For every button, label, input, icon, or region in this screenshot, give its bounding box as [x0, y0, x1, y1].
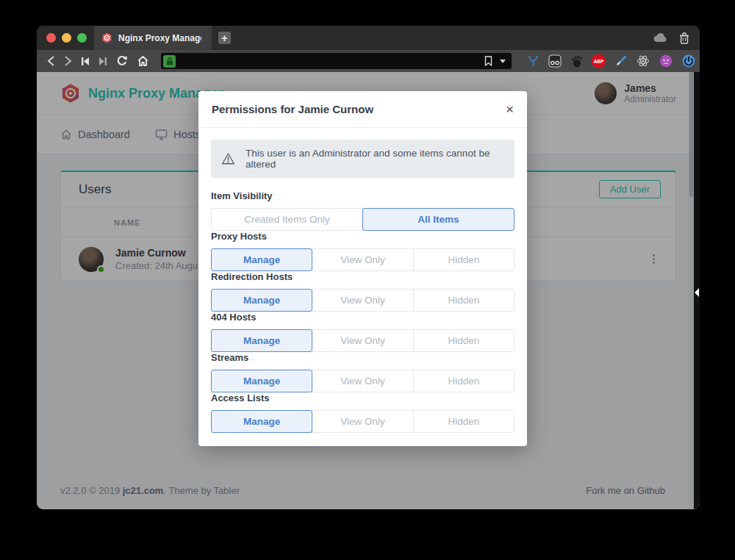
bookmark-dropdown-icon[interactable]	[500, 60, 506, 63]
option-created-items-only[interactable]: Created Items Only	[211, 208, 363, 231]
reload-icon[interactable]	[116, 55, 128, 67]
access-lists-group: Manage View Only Hidden	[211, 410, 514, 433]
maximize-window-button[interactable]	[77, 33, 87, 43]
option-manage[interactable]: Manage	[211, 410, 312, 433]
warning-triangle-icon	[221, 152, 235, 165]
section-label: Redirection Hosts	[211, 271, 514, 282]
option-view-only[interactable]: View Only	[312, 370, 413, 392]
trash-icon[interactable]	[679, 32, 689, 44]
alert-text: This user is an Administrator and some i…	[245, 148, 504, 170]
permissions-modal: Permissions for Jamie Curnow × This user…	[198, 91, 527, 446]
option-manage[interactable]: Manage	[211, 370, 312, 392]
page-viewport: Nginx Proxy Manager James Administrator …	[37, 72, 700, 509]
purple-extension-icon[interactable]	[659, 54, 673, 68]
option-manage[interactable]: Manage	[211, 289, 312, 312]
option-hidden[interactable]: Hidden	[413, 248, 514, 271]
atom-devtools-extension-icon[interactable]	[637, 54, 650, 68]
redirection-hosts-group: Manage View Only Hidden	[211, 289, 514, 312]
cloud-sync-icon[interactable]	[653, 33, 668, 43]
https-lock-icon[interactable]	[163, 55, 176, 68]
section-label: 404 Hosts	[211, 312, 514, 323]
option-hidden[interactable]: Hidden	[413, 329, 514, 352]
section-label: Access Lists	[211, 392, 514, 403]
eyedropper-extension-icon[interactable]	[615, 55, 627, 67]
permission-section-access-lists: Access Lists Manage View Only Hidden	[211, 392, 514, 433]
close-icon[interactable]: ×	[506, 104, 514, 115]
skip-to-start-icon[interactable]	[81, 57, 90, 66]
tab-title: Nginx Proxy Manager	[118, 33, 201, 43]
option-view-only[interactable]: View Only	[312, 410, 413, 433]
option-view-only[interactable]: View Only	[312, 329, 413, 352]
section-label: Item Visibility	[211, 190, 514, 201]
permission-section-404-hosts: 404 Hosts Manage View Only Hidden	[211, 312, 514, 352]
abp-label: ABP	[594, 59, 604, 64]
back-button-icon[interactable]	[47, 55, 55, 67]
adblock-plus-extension-icon[interactable]: ABP	[592, 54, 606, 68]
url-bar[interactable]	[161, 53, 512, 69]
item-visibility-group: Created Items Only All Items	[211, 208, 514, 231]
section-label: Proxy Hosts	[211, 231, 514, 242]
permission-section-streams: Streams Manage View Only Hidden	[211, 352, 514, 392]
forward-button-icon[interactable]	[64, 55, 72, 67]
option-view-only[interactable]: View Only	[312, 248, 413, 271]
permission-section-proxy-hosts: Proxy Hosts Manage View Only Hidden	[211, 231, 514, 271]
proxy-hosts-group: Manage View Only Hidden	[211, 248, 514, 271]
home-icon[interactable]	[137, 55, 149, 67]
sidebar-toggle-strip[interactable]	[694, 72, 700, 509]
close-window-button[interactable]	[46, 33, 56, 43]
new-tab-button[interactable]: +	[218, 31, 232, 45]
permission-section-item-visibility: Item Visibility Created Items Only All I…	[211, 190, 514, 231]
minimize-window-button[interactable]	[62, 33, 71, 43]
streams-group: Manage View Only Hidden	[211, 370, 514, 392]
permission-section-redirection-hosts: Redirection Hosts Manage View Only Hidde…	[211, 271, 514, 312]
option-all-items[interactable]: All Items	[362, 208, 514, 231]
browser-tab-bar: Nginx Proxy Manager +	[37, 26, 700, 50]
404-hosts-group: Manage View Only Hidden	[211, 329, 514, 352]
option-manage[interactable]: Manage	[211, 248, 312, 271]
fork-extension-icon[interactable]	[528, 55, 539, 67]
bookmark-icon[interactable]	[484, 56, 492, 66]
section-label: Streams	[211, 352, 514, 363]
gnome-foot-extension-icon[interactable]	[571, 55, 582, 68]
power-extension-icon[interactable]	[682, 54, 695, 68]
admin-warning-alert: This user is an Administrator and some i…	[211, 140, 514, 178]
option-hidden[interactable]: Hidden	[413, 370, 514, 392]
extension-icons: ABP	[528, 54, 695, 68]
skip-to-end-icon[interactable]	[98, 57, 107, 66]
window-controls	[37, 33, 94, 43]
option-hidden[interactable]: Hidden	[413, 410, 514, 433]
option-hidden[interactable]: Hidden	[413, 289, 514, 312]
option-manage[interactable]: Manage	[211, 329, 312, 352]
modal-title: Permissions for Jamie Curnow	[212, 103, 373, 115]
browser-tab[interactable]: Nginx Proxy Manager	[94, 26, 212, 50]
tampermonkey-extension-icon[interactable]	[548, 54, 562, 68]
browser-toolbar: ABP	[37, 50, 700, 72]
option-view-only[interactable]: View Only	[312, 289, 413, 312]
favicon-npm-logo-icon	[101, 32, 112, 43]
sidebar-toggle-arrow-icon[interactable]	[695, 288, 699, 297]
browser-window: Nginx Proxy Manager +	[37, 26, 700, 509]
